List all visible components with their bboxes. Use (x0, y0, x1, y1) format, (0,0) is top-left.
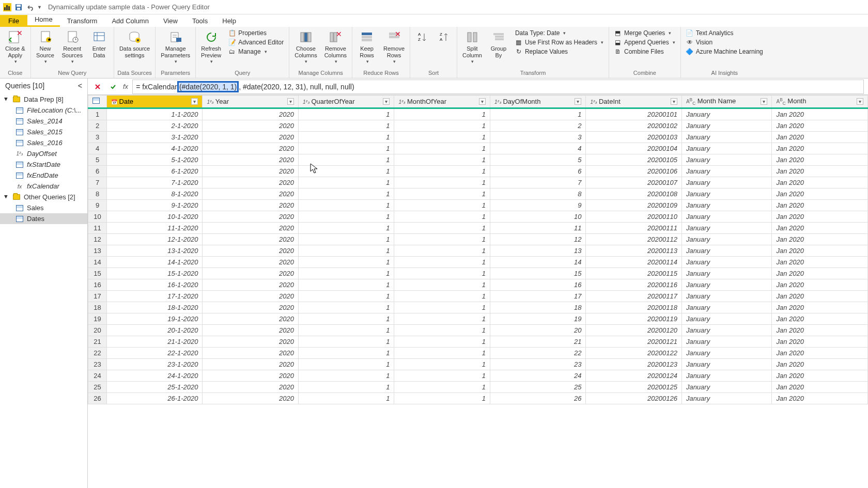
cell[interactable]: 1 (394, 120, 490, 132)
cell[interactable]: 25-1-2020 (107, 382, 203, 393)
replace-values-button[interactable]: ↻Replace Values (514, 48, 605, 56)
cell[interactable]: 1 (298, 108, 394, 120)
cell[interactable]: 20200122 (586, 348, 681, 359)
text-analytics-button[interactable]: 📄Text Analytics (685, 29, 764, 37)
cell[interactable]: 2020 (203, 166, 298, 177)
filter-dropdown-icon[interactable]: ▾ (287, 98, 294, 105)
keep-rows-button[interactable]: Keep Rows▾ (354, 28, 379, 67)
cell[interactable]: 2020 (203, 279, 298, 291)
cell[interactable]: January (681, 166, 772, 177)
first-row-headers-button[interactable]: ▦Use First Row as Headers▾ (514, 38, 605, 46)
cell[interactable]: 1 (394, 325, 490, 336)
split-column-button[interactable]: Split Column▾ (459, 28, 485, 67)
cell[interactable]: 18-1-2020 (107, 302, 203, 313)
advanced-editor-button[interactable]: 📝Advanced Editor (227, 38, 285, 46)
cell[interactable]: 2020 (203, 200, 298, 211)
cell[interactable]: 20200109 (586, 200, 681, 211)
cell[interactable]: January (681, 211, 772, 223)
cell[interactable]: 1-1-2020 (107, 108, 203, 120)
cell[interactable]: 14-1-2020 (107, 257, 203, 268)
table-row[interactable]: 1717-1-20202020111720200117JanuaryJan 20… (88, 291, 868, 302)
row-number[interactable]: 4 (88, 143, 107, 154)
cell[interactable]: January (681, 279, 772, 291)
cell[interactable]: 12-1-2020 (107, 234, 203, 245)
manage-button[interactable]: 🗂Manage▾ (227, 48, 285, 56)
cell[interactable]: January (681, 234, 772, 245)
cell[interactable]: 1 (394, 302, 490, 313)
cell[interactable]: 2020 (203, 313, 298, 325)
formula-input[interactable]: = fxCalendar(#date(2020, 1, 1), #date(20… (132, 80, 864, 94)
cell[interactable]: January (681, 154, 772, 166)
cell[interactable]: Jan 2020 (772, 393, 868, 404)
table-row[interactable]: 77-1-2020202011720200107JanuaryJan 2020 (88, 177, 868, 188)
cell[interactable]: 1 (394, 268, 490, 279)
cell[interactable]: 20200114 (586, 257, 681, 268)
cell[interactable]: Jan 2020 (772, 382, 868, 393)
cell[interactable]: 1 (298, 211, 394, 223)
cell[interactable]: 2020 (203, 188, 298, 200)
cell[interactable]: 1 (298, 313, 394, 325)
cell[interactable]: January (681, 359, 772, 370)
cell[interactable]: 19-1-2020 (107, 313, 203, 325)
cell[interactable]: Jan 2020 (772, 291, 868, 302)
cell[interactable]: 1 (394, 393, 490, 404)
cell[interactable]: 20200108 (586, 188, 681, 200)
cell[interactable]: 1 (298, 393, 394, 404)
cell[interactable]: 7-1-2020 (107, 177, 203, 188)
cell[interactable]: 22-1-2020 (107, 348, 203, 359)
cell[interactable]: 6 (490, 166, 585, 177)
row-number[interactable]: 8 (88, 188, 107, 200)
cell[interactable]: 2 (490, 120, 585, 132)
cell[interactable]: Jan 2020 (772, 108, 868, 120)
row-number[interactable]: 17 (88, 291, 107, 302)
cell[interactable]: 1 (298, 325, 394, 336)
group-by-button[interactable]: Group By (486, 28, 511, 61)
cell[interactable]: 20200120 (586, 325, 681, 336)
cell[interactable]: 1 (394, 211, 490, 223)
row-number[interactable]: 21 (88, 336, 107, 348)
cell[interactable]: 2020 (203, 359, 298, 370)
table-row[interactable]: 11-1-2020202011120200101JanuaryJan 2020 (88, 108, 868, 120)
table-row[interactable]: 1414-1-20202020111420200114JanuaryJan 20… (88, 257, 868, 268)
cell[interactable]: Jan 2020 (772, 132, 868, 143)
cell[interactable]: 2020 (203, 268, 298, 279)
row-number[interactable]: 20 (88, 325, 107, 336)
cell[interactable]: 1 (394, 108, 490, 120)
row-number[interactable]: 18 (88, 302, 107, 313)
table-row[interactable]: 22-1-2020202011220200102JanuaryJan 2020 (88, 120, 868, 132)
row-corner[interactable] (88, 96, 107, 108)
column-header[interactable]: 1²₃ MonthOfYear▾ (394, 96, 490, 108)
cell[interactable]: 20200107 (586, 177, 681, 188)
data-source-settings-button[interactable]: Data source settings (116, 28, 153, 61)
query-item[interactable]: Dates (0, 213, 87, 224)
table-row[interactable]: 1616-1-20202020111620200116JanuaryJan 20… (88, 279, 868, 291)
cell[interactable]: 24-1-2020 (107, 370, 203, 382)
tab-addcolumn[interactable]: Add Column (104, 15, 156, 27)
cell[interactable]: 17 (490, 291, 585, 302)
cell[interactable]: 1 (394, 132, 490, 143)
cell[interactable]: 1 (394, 223, 490, 234)
cell[interactable]: 1 (394, 336, 490, 348)
cell[interactable]: 20200112 (586, 234, 681, 245)
cell[interactable]: January (681, 268, 772, 279)
row-number[interactable]: 5 (88, 154, 107, 166)
cell[interactable]: 25 (490, 382, 585, 393)
remove-rows-button[interactable]: ✕ Remove Rows▾ (380, 28, 408, 67)
cell[interactable]: January (681, 291, 772, 302)
table-row[interactable]: 2525-1-20202020112520200125JanuaryJan 20… (88, 382, 868, 393)
cell[interactable]: 2020 (203, 211, 298, 223)
cell[interactable]: Jan 2020 (772, 188, 868, 200)
cell[interactable]: Jan 2020 (772, 177, 868, 188)
row-number[interactable]: 14 (88, 257, 107, 268)
sort-desc-button[interactable]: ZA (434, 28, 455, 48)
cell[interactable]: 1 (298, 336, 394, 348)
cell[interactable]: 20200123 (586, 359, 681, 370)
table-row[interactable]: 55-1-2020202011520200105JanuaryJan 2020 (88, 154, 868, 166)
cell[interactable]: 16 (490, 279, 585, 291)
cell[interactable]: 11 (490, 223, 585, 234)
cell[interactable]: 20200117 (586, 291, 681, 302)
table-row[interactable]: 1313-1-20202020111320200113JanuaryJan 20… (88, 245, 868, 257)
tab-view[interactable]: View (156, 15, 185, 27)
table-row[interactable]: 2121-1-20202020112120200121JanuaryJan 20… (88, 336, 868, 348)
table-row[interactable]: 1515-1-20202020111520200115JanuaryJan 20… (88, 268, 868, 279)
